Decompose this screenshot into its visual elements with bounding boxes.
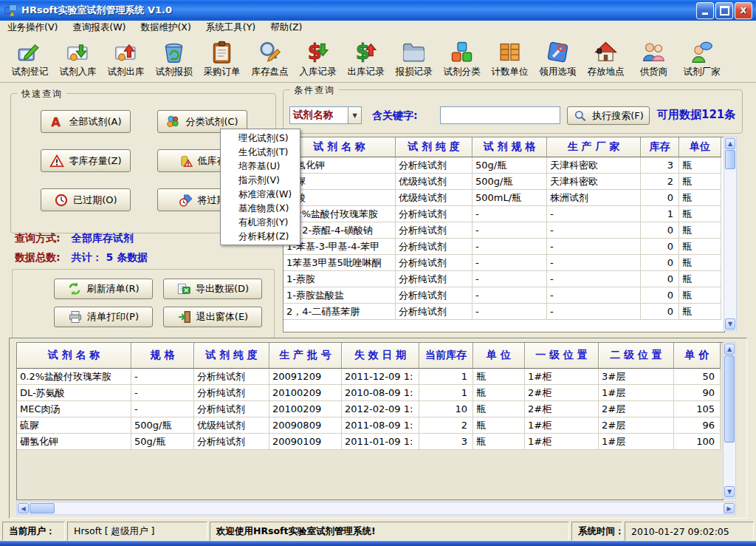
detail-hscrollbar[interactable]: ◀ ▶ (16, 502, 736, 515)
column-header[interactable]: 试 剂 纯 度 (396, 137, 472, 157)
quick-button-zero-stock[interactable]: 零库存量(Z) (41, 149, 131, 172)
column-header[interactable]: 生 产 厂 家 (547, 137, 641, 157)
cell: 分析纯试剂 (396, 222, 472, 239)
close-icon: X (740, 6, 746, 16)
storage-location-icon (594, 40, 618, 64)
scroll-thumb[interactable] (725, 150, 735, 169)
table-row[interactable]: 硫脲优级纯试剂500g/瓶天津科密欧2瓶 (284, 174, 721, 190)
export-button[interactable]: 导出数据(D) (163, 279, 262, 299)
menu-item[interactable]: 查询报表(W) (65, 21, 133, 34)
table-row[interactable]: 硫脲500g/瓶优级纯试剂200908092011-08-09 1:2瓶1#柜2… (17, 417, 721, 434)
column-header[interactable]: 当前库存 (419, 343, 473, 369)
category-menu-item[interactable]: 有机溶剂(Y) (221, 215, 300, 229)
cell: - (472, 255, 547, 271)
table-row[interactable]: 0.2%盐酸付玫瑰苯胺分析纯试剂--1瓶 (284, 206, 721, 222)
scroll-down-icon[interactable]: ▼ (725, 318, 735, 330)
table-row[interactable]: 1苯基3甲基5吡唑啉酮分析纯试剂--0瓶 (284, 255, 721, 271)
maximize-button[interactable] (715, 2, 733, 19)
chevron-down-icon[interactable]: ▼ (348, 107, 361, 123)
refresh-button[interactable]: 刷新清单(R) (54, 279, 153, 299)
scroll-right-icon[interactable]: ▶ (724, 503, 735, 513)
search-button[interactable]: 执行搜索(F) (567, 106, 650, 125)
scroll-thumb[interactable] (724, 355, 735, 443)
toolbar-button-reagent-out[interactable]: 试剂出库 (102, 34, 150, 78)
category-menu-item[interactable]: 标准溶液(W) (221, 187, 300, 201)
cell: 2#层 (599, 417, 674, 434)
toolbar-button-reagent-loss[interactable]: 试剂报损 (150, 34, 198, 78)
column-header[interactable]: 生 产 批 号 (269, 343, 342, 369)
toolbar-button-reagent-category[interactable]: 试剂分类 (438, 34, 486, 78)
toolbar-button-usage-option[interactable]: 领用选项 (534, 34, 582, 78)
exit-button[interactable]: 退出窗体(E) (163, 307, 262, 327)
category-menu-item[interactable]: 分析耗材(Z) (221, 229, 300, 243)
table-row[interactable]: 1，2-萘醌-4-磺酸钠分析纯试剂--0瓶 (284, 222, 721, 239)
keyword-input[interactable] (440, 106, 560, 124)
category-menu-item[interactable]: 指示剂(V) (221, 173, 300, 187)
print-button[interactable]: 清单打印(P) (54, 307, 153, 327)
table-row[interactable]: MEC肉汤-分析纯试剂201002092012-02-09 1:10瓶2#柜2#… (17, 401, 721, 417)
scroll-down-icon[interactable]: ▼ (724, 486, 735, 497)
query-mode-value: 全部库存试剂 (72, 232, 134, 244)
quick-query-title: 快速查询 (18, 88, 66, 100)
toolbar-button-loss-record[interactable]: 报损记录 (390, 34, 438, 78)
scroll-thumb[interactable] (30, 503, 55, 513)
minimize-icon (702, 13, 708, 15)
detail-table-vscrollbar[interactable]: ▲ ▼ (723, 342, 736, 499)
minimize-button[interactable] (696, 2, 714, 19)
toolbar-button-count-unit[interactable]: 计数单位 (486, 34, 534, 78)
category-menu-item[interactable]: 生化试剂(T) (221, 145, 300, 159)
toolbar-button-purchase-order[interactable]: 采购订单 (198, 34, 246, 78)
field-selector[interactable]: 试剂名称 ▼ (289, 106, 362, 124)
menu-item[interactable]: 数据维护(X) (133, 21, 198, 34)
column-header[interactable]: 单位 (679, 137, 721, 157)
toolbar-button-label: 试剂厂家 (684, 66, 721, 78)
exit-icon (177, 310, 192, 324)
table-row[interactable]: 0.2%盐酸付玫瑰苯胺-分析纯试剂200912092011-12-09 1:1瓶… (17, 369, 721, 385)
toolbar-button-supplier[interactable]: 供货商 (630, 34, 678, 78)
column-header[interactable]: 试 剂 规 格 (472, 137, 547, 157)
toolbar-button-reagent-in[interactable]: 试剂入库 (54, 34, 102, 78)
table-row[interactable]: 1-萘胺盐酸盐分析纯试剂--0瓶 (284, 287, 721, 304)
table-row[interactable]: DL-苏氨酸-分析纯试剂201002092010-08-09 1:1瓶2#柜1#… (17, 385, 721, 401)
category-menu-item[interactable]: 理化试剂(S) (221, 131, 300, 145)
table-row[interactable]: 硼氢化钾50g/瓶分析纯试剂200901092011-01-09 1:3瓶1#柜… (17, 434, 721, 450)
search-icon (573, 109, 588, 123)
column-header[interactable]: 单 位 (473, 343, 525, 369)
column-header[interactable]: 一 级 位 置 (525, 343, 599, 369)
stock-table-vscrollbar[interactable]: ▲ ▼ (724, 137, 737, 331)
toolbar-button-storage-location[interactable]: 存放地点 (582, 34, 630, 78)
quick-button-expired[interactable]: 已过期(O) (41, 188, 131, 211)
menu-item[interactable]: 业务操作(V) (0, 21, 65, 34)
close-button[interactable]: X (735, 2, 752, 19)
toolbar-button-label: 报损记录 (396, 66, 433, 78)
column-header[interactable]: 二 级 位 置 (599, 343, 674, 369)
table-row[interactable]: 1-萘胺分析纯试剂--0瓶 (284, 271, 721, 287)
scroll-up-icon[interactable]: ▲ (725, 138, 735, 149)
category-menu-item[interactable]: 培养基(U) (221, 159, 300, 173)
table-row[interactable]: 硼氢化钾分析纯试剂50g/瓶天津科密欧3瓶 (284, 157, 721, 174)
column-header[interactable]: 库存 (641, 137, 679, 157)
quick-button-all-reagents[interactable]: A全部试剂(A) (41, 110, 131, 133)
column-header[interactable]: 失 效 日 期 (342, 343, 419, 369)
cell: 500g/瓶 (472, 174, 547, 190)
data-total-value: 共计： 5 条数据 (72, 251, 148, 263)
svg-text:$: $ (356, 40, 370, 64)
table-row[interactable]: 盐酸优级纯试剂500mL/瓶株洲试剂0瓶 (284, 190, 721, 206)
column-header[interactable]: 试 剂 名 称 (17, 343, 131, 369)
cell: 2011-01-09 1: (342, 434, 419, 450)
table-row[interactable]: 2，4-二硝基苯肼分析纯试剂--0瓶 (284, 304, 721, 320)
category-menu-item[interactable]: 基准物质(X) (221, 201, 300, 215)
toolbar-button-stock-check[interactable]: 库存盘点 (246, 34, 294, 78)
toolbar-button-in-record[interactable]: $入库记录 (294, 34, 342, 78)
column-header[interactable]: 试 剂 纯 度 (194, 343, 269, 369)
toolbar-button-reagent-register[interactable]: 试剂登记 (6, 34, 54, 78)
menu-item[interactable]: 系统工具(Y) (199, 21, 263, 34)
column-header[interactable]: 规 格 (131, 343, 194, 369)
scroll-left-icon[interactable]: ◀ (18, 503, 29, 513)
scroll-up-icon[interactable]: ▲ (724, 344, 735, 355)
menu-item[interactable]: 帮助(Z) (263, 21, 309, 34)
table-row[interactable]: 1-苯基-3-甲基-4-苯甲分析纯试剂--0瓶 (284, 239, 721, 255)
column-header[interactable]: 单 价 (674, 343, 721, 369)
toolbar-button-out-record[interactable]: $出库记录 (342, 34, 390, 78)
toolbar-button-manufacturer[interactable]: 试剂厂家 (678, 34, 726, 78)
